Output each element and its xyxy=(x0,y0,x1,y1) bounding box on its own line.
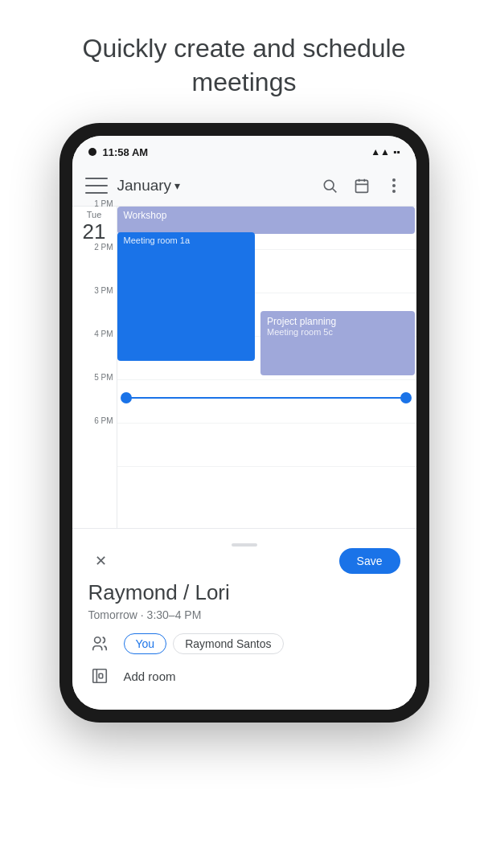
phone-screen: 11:58 AM ▲▲ ▪▪ January ▾ xyxy=(72,136,416,710)
event-title: Raymond / Lori xyxy=(88,580,400,605)
drag-handle xyxy=(88,538,400,548)
slider-handle-left[interactable] xyxy=(121,392,132,403)
signal-icon: ▲▲ xyxy=(371,146,390,158)
save-button[interactable]: Save xyxy=(339,548,400,574)
status-time: 11:58 AM xyxy=(103,146,149,158)
add-room-row[interactable]: Add room xyxy=(88,665,400,687)
svg-rect-10 xyxy=(92,669,106,683)
menu-icon[interactable] xyxy=(85,178,108,194)
time-label-3pm: 3 PM xyxy=(77,286,113,295)
attendees-row: You Raymond Santos xyxy=(88,633,400,655)
date-column: Tue 21 xyxy=(72,207,117,528)
drag-handle-bar xyxy=(232,543,257,547)
app-toolbar: January ▾ xyxy=(72,165,416,207)
month-label: January xyxy=(117,177,172,194)
svg-point-0 xyxy=(324,180,334,190)
svg-point-7 xyxy=(392,184,396,187)
date-day-label: Tue xyxy=(87,210,102,219)
workshop-event-label: Workshop xyxy=(124,210,167,221)
add-room-label[interactable]: Add room xyxy=(124,669,176,683)
project-event-title: Project planning xyxy=(267,316,408,327)
panel-header-row: ✕ Save xyxy=(88,548,400,574)
workshop-event[interactable]: Workshop xyxy=(117,207,415,234)
time-label-6pm: 6 PM xyxy=(77,416,113,425)
date-number-label: 21 xyxy=(83,219,106,244)
more-vert-icon[interactable] xyxy=(384,176,404,195)
search-icon[interactable] xyxy=(320,176,339,195)
svg-point-8 xyxy=(392,190,396,193)
calendar-today-icon[interactable] xyxy=(352,176,371,195)
blue-meeting-event[interactable]: Meeting room 1a xyxy=(117,232,255,361)
slider-track xyxy=(124,397,408,399)
svg-rect-2 xyxy=(355,180,367,192)
blue-event-label: Meeting room 1a xyxy=(124,235,248,245)
svg-point-9 xyxy=(94,637,100,643)
time-label-4pm: 4 PM xyxy=(77,330,113,338)
slider-handle-right[interactable] xyxy=(400,392,412,403)
time-row-6pm: 6 PM xyxy=(117,424,416,467)
people-icon xyxy=(88,633,111,655)
battery-icon: ▪▪ xyxy=(393,146,400,158)
project-event-subtitle: Meeting room 5c xyxy=(267,327,408,337)
calendar-area: Tue 21 Workshop Meeting room 1a Project … xyxy=(72,207,416,528)
attendee-chips: You Raymond Santos xyxy=(124,633,284,654)
phone-frame: 11:58 AM ▲▲ ▪▪ January ▾ xyxy=(59,123,429,723)
chip-raymond[interactable]: Raymond Santos xyxy=(173,633,283,654)
project-planning-event[interactable]: Project planning Meeting room 5c xyxy=(260,311,414,375)
time-selection-slider[interactable] xyxy=(117,387,415,408)
time-label-1pm: 1 PM xyxy=(77,199,113,208)
toolbar-icons xyxy=(320,176,404,195)
time-label-5pm: 5 PM xyxy=(77,373,113,382)
dropdown-arrow-icon: ▾ xyxy=(174,179,180,192)
meeting-room-icon xyxy=(88,665,111,687)
time-grid: Workshop Meeting room 1a Project plannin… xyxy=(117,207,416,528)
page-header: Quickly create and schedule meetings xyxy=(0,0,488,123)
svg-point-6 xyxy=(392,178,396,182)
svg-rect-11 xyxy=(99,674,103,678)
status-bar-left: 11:58 AM xyxy=(88,146,149,158)
month-selector[interactable]: January ▾ xyxy=(117,177,320,194)
bottom-panel: ✕ Save Raymond / Lori Tomorrow · 3:30–4 … xyxy=(72,528,416,710)
status-bar-right: ▲▲ ▪▪ xyxy=(371,146,400,158)
event-time: Tomorrow · 3:30–4 PM xyxy=(88,608,400,621)
svg-line-1 xyxy=(332,188,336,192)
close-button[interactable]: ✕ xyxy=(88,548,114,574)
camera-dot xyxy=(88,148,96,156)
time-label-2pm: 2 PM xyxy=(77,243,113,252)
chip-you[interactable]: You xyxy=(124,633,167,654)
status-bar: 11:58 AM ▲▲ ▪▪ xyxy=(72,136,416,165)
